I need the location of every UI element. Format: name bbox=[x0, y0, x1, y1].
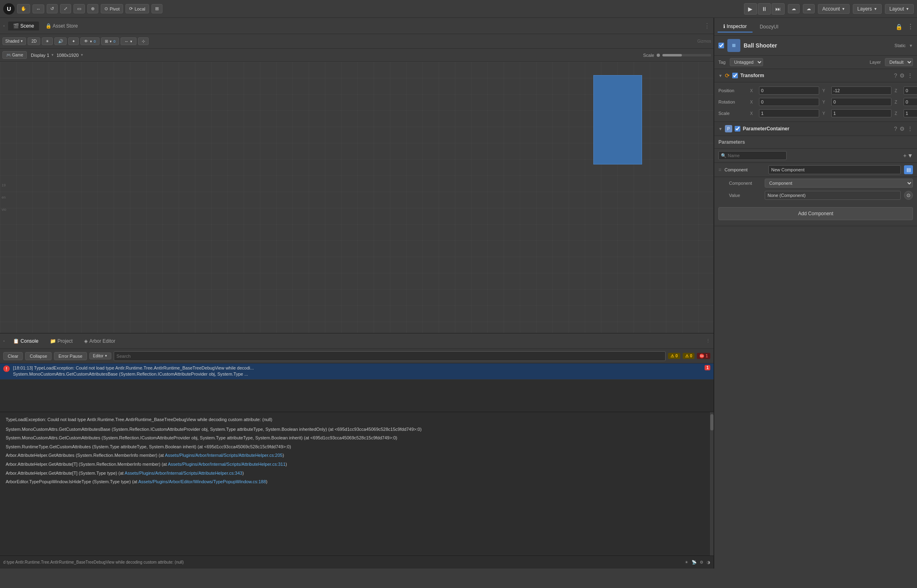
view-tabs-menu[interactable]: ⋮ bbox=[704, 22, 710, 30]
collab-btn[interactable]: ☁ bbox=[788, 4, 800, 13]
link-311[interactable]: Assets/Plugins/Arbor/Internal/Scripts/At… bbox=[168, 462, 285, 467]
link-205[interactable]: Assets/Plugins/Arbor/Internal/Scripts/At… bbox=[165, 453, 283, 458]
status-icon-1[interactable]: ☀ bbox=[685, 560, 688, 564]
scale-tool-btn[interactable]: ⤢ bbox=[60, 4, 71, 13]
console-search-input[interactable] bbox=[114, 351, 666, 361]
menu-icon: ▼ bbox=[907, 152, 913, 159]
scale-y-input[interactable] bbox=[831, 109, 891, 117]
inspector-menu[interactable]: ⋮ bbox=[907, 23, 914, 30]
scene-tab[interactable]: 🎬 Scene bbox=[8, 22, 39, 30]
doozy-tab-btn[interactable]: DoozyUI bbox=[754, 22, 784, 32]
inspector-tab-btn[interactable]: ℹ Inspector bbox=[718, 21, 753, 32]
local-btn[interactable]: ⟳ Local bbox=[125, 4, 149, 13]
component-type-select[interactable]: Component bbox=[765, 179, 913, 188]
move-tool-btn[interactable]: ↔ bbox=[32, 4, 44, 13]
2d-btn[interactable]: 2D bbox=[28, 37, 40, 45]
rot-y-input[interactable] bbox=[831, 98, 891, 106]
param-menu-btn[interactable]: ⋮ bbox=[907, 125, 913, 132]
game-tab-btn[interactable]: 🎮 Game bbox=[2, 51, 27, 59]
arbor-icon: ◈ bbox=[84, 338, 88, 344]
account-btn[interactable]: Account ▼ bbox=[818, 4, 850, 14]
editor-dropdown[interactable]: Editor ▼ bbox=[89, 352, 111, 359]
scene-viewport: 19 en vio bbox=[0, 62, 714, 333]
status-icon-2[interactable]: 📡 bbox=[692, 560, 696, 564]
tag-select[interactable]: Untagged bbox=[730, 58, 763, 66]
pos-x-input[interactable] bbox=[759, 86, 819, 95]
rect-tool-btn[interactable]: ▭ bbox=[74, 4, 85, 13]
layout-btn[interactable]: Layout ▼ bbox=[885, 4, 914, 14]
static-dropdown-icon[interactable]: ▼ bbox=[909, 43, 913, 48]
component-btn-icon: ▤ bbox=[906, 167, 911, 173]
pivot-btn[interactable]: ⊙ Pivot bbox=[101, 4, 123, 13]
editor-arrow: ▼ bbox=[104, 354, 108, 358]
lighting-btn[interactable]: ☀ bbox=[42, 37, 53, 45]
console-tab-btn[interactable]: 📋 Console bbox=[8, 337, 43, 346]
rot-z-axis: Z bbox=[895, 100, 900, 104]
rotate-tool-btn[interactable]: ↺ bbox=[47, 4, 58, 13]
scene-layers-btn[interactable]: ⊞ ▼ 0 bbox=[101, 37, 119, 45]
layers-icon: ⊞ bbox=[105, 39, 108, 43]
pos-y-input[interactable] bbox=[831, 86, 891, 95]
param-container-enabled[interactable] bbox=[735, 126, 740, 132]
scene-move-btn[interactable]: ↔ ▼ bbox=[121, 37, 136, 45]
layers-btn[interactable]: Layers ▼ bbox=[853, 4, 882, 14]
value-picker-btn[interactable]: ⊙ bbox=[904, 191, 913, 200]
pause-btn[interactable]: ⏸ bbox=[758, 3, 771, 15]
step-btn[interactable]: ⏭ bbox=[772, 3, 785, 15]
display-select-wrap[interactable]: Display 1 ▼ bbox=[31, 53, 54, 58]
status-icon-4[interactable]: ◑ bbox=[707, 560, 710, 564]
param-container-header[interactable]: ▼ P ParameterContainer ? ⚙ ⋮ bbox=[714, 122, 917, 136]
lock-btn[interactable]: 🔒 bbox=[895, 24, 902, 30]
param-add-btn[interactable]: + ▼ bbox=[903, 152, 913, 159]
layer-select[interactable]: Default bbox=[885, 58, 913, 66]
fx-btn[interactable]: ✦ bbox=[68, 37, 79, 45]
transform-tool-btn[interactable]: ⊕ bbox=[87, 4, 98, 13]
top-bar-left: U ✋ ↔ ↺ ⤢ ▭ ⊕ ⊙ Pivot ⟳ Local ⊞ bbox=[3, 3, 741, 15]
game-object-rect[interactable] bbox=[593, 75, 642, 164]
status-icon-3[interactable]: ⚙ bbox=[700, 560, 703, 564]
link-343[interactable]: Assets/Plugins/Arbor/Internal/Scripts/At… bbox=[125, 471, 242, 476]
component-type-btn[interactable]: ▤ bbox=[904, 165, 913, 174]
transform-header[interactable]: ▼ ⟳ Transform ? ⚙ ⋮ bbox=[714, 69, 917, 82]
rot-x-input[interactable] bbox=[759, 98, 819, 106]
object-enabled-checkbox[interactable] bbox=[718, 43, 724, 48]
pos-z-input[interactable] bbox=[904, 86, 917, 95]
game-icon: 🎮 bbox=[6, 53, 11, 57]
scene-vis-btn[interactable]: 👁 ▼ 0 bbox=[80, 37, 99, 45]
unity-logo[interactable]: U bbox=[3, 3, 15, 15]
transform-menu-btn[interactable]: ⋮ bbox=[907, 72, 913, 79]
collapse-btn[interactable]: Collapse bbox=[25, 352, 52, 360]
hand-tool-btn[interactable]: ✋ bbox=[17, 4, 30, 13]
scale-x-input[interactable] bbox=[759, 109, 819, 117]
console-tabs-menu[interactable]: ⋮ bbox=[706, 338, 710, 344]
console-msg-0[interactable]: ! [18:01:13] TypeLoadException: Could no… bbox=[0, 363, 714, 380]
audio-btn[interactable]: 🔊 bbox=[54, 37, 67, 45]
param-search-input[interactable] bbox=[718, 151, 787, 160]
transform-enabled-checkbox[interactable] bbox=[732, 73, 738, 78]
link-188[interactable]: Assets/Plugins/Arbor/Editor/Windows/Type… bbox=[138, 479, 266, 484]
snap-btn[interactable]: ⊹ bbox=[138, 37, 149, 45]
add-component-btn[interactable]: Add Component bbox=[718, 207, 913, 220]
transform-settings-btn[interactable]: ⚙ bbox=[900, 72, 905, 79]
detail-scrollbar[interactable] bbox=[709, 412, 714, 556]
error-pause-btn[interactable]: Error Pause bbox=[54, 352, 87, 360]
shaded-select[interactable]: Shaded ▼ bbox=[2, 37, 26, 45]
param-settings-btn[interactable]: ⚙ bbox=[900, 125, 905, 132]
arbor-editor-tab-btn[interactable]: ◈ Arbor Editor bbox=[79, 337, 120, 346]
rot-z-input[interactable] bbox=[904, 98, 917, 106]
object-name-input[interactable] bbox=[744, 42, 891, 49]
grid-btn[interactable]: ⊞ bbox=[151, 4, 162, 13]
component-value-input[interactable] bbox=[768, 165, 901, 174]
play-btn[interactable]: ▶ bbox=[744, 3, 757, 15]
grid-icon: ⊞ bbox=[155, 6, 159, 11]
scale-slider[interactable] bbox=[662, 54, 711, 56]
param-help-btn[interactable]: ? bbox=[894, 125, 897, 132]
resolution-select-wrap[interactable]: 1080x1920 ▼ bbox=[56, 53, 83, 58]
asset-store-tab[interactable]: 🔒 Asset Store bbox=[41, 22, 83, 30]
project-tab-btn[interactable]: 📁 Project bbox=[45, 337, 78, 346]
transform-help-btn[interactable]: ? bbox=[894, 72, 897, 79]
clear-btn[interactable]: Clear bbox=[3, 352, 23, 360]
value-input[interactable] bbox=[765, 191, 901, 200]
cloud-btn[interactable]: ☁ bbox=[803, 4, 815, 13]
scale-z-input[interactable] bbox=[904, 109, 917, 117]
